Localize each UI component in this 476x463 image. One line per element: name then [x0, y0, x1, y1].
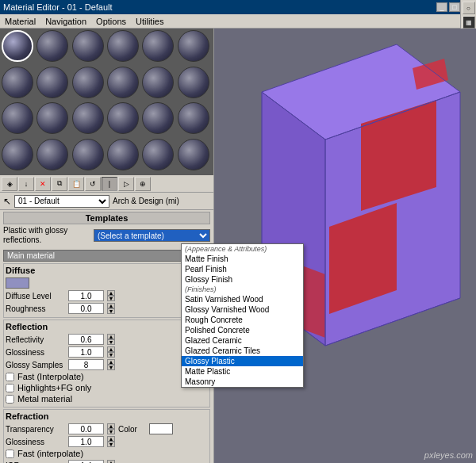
material-ball-7[interactable]	[2, 67, 33, 98]
reflectivity-up[interactable]: ▲	[107, 334, 115, 339]
ior-up[interactable]: ▲	[107, 460, 115, 463]
diffuse-level-up[interactable]: ▲	[107, 290, 115, 296]
menu-material[interactable]: Material	[3, 17, 37, 26]
minimize-button[interactable]: _	[436, 2, 447, 12]
roughness-up[interactable]: ▲	[107, 303, 115, 308]
material-ball-19[interactable]	[2, 139, 33, 170]
dropdown-item-6[interactable]: Glossy Varnished Wood	[182, 304, 303, 315]
material-ball-14[interactable]	[36, 102, 68, 134]
metal-material-check[interactable]	[6, 395, 14, 404]
glossy-samples-input[interactable]	[68, 359, 104, 370]
material-ball-1[interactable]	[2, 30, 33, 62]
delete-btn[interactable]: ✕	[35, 177, 51, 191]
transparency-row: Transparency ▲ ▼ Color	[6, 423, 208, 434]
material-ball-23[interactable]	[142, 139, 174, 170]
refl-gloss-down[interactable]: ▼	[107, 352, 115, 358]
reflectivity-input[interactable]	[68, 334, 104, 345]
highlights-fg-check[interactable]	[6, 384, 14, 392]
maximize-button[interactable]: □	[449, 2, 460, 12]
material-ball-9[interactable]	[72, 67, 104, 98]
diffuse-level-input[interactable]	[68, 290, 104, 301]
paste-btn[interactable]: 📋	[68, 177, 84, 191]
material-ball-10[interactable]	[107, 67, 139, 98]
transparency-up[interactable]: ▲	[107, 423, 115, 429]
dropdown-item-11[interactable]: Glossy Plastic	[182, 356, 303, 366]
dropdown-item-9[interactable]: Glazed Ceramic	[182, 335, 303, 346]
dropdown-item-1[interactable]: Matte Finish	[182, 254, 303, 264]
material-ball-13[interactable]	[2, 102, 33, 134]
menu-utilities[interactable]: Utilities	[134, 17, 165, 26]
refr-glossiness-label: Glossiness	[6, 438, 65, 446]
refraction-color-swatch[interactable]	[149, 423, 173, 434]
dropdown-item-0[interactable]: (Appearance & Attributes)	[182, 244, 303, 254]
template-select-wrapper: (Select a template) (Appearance & Attrib…	[94, 229, 210, 242]
refr-gloss-up[interactable]: ▲	[107, 436, 115, 442]
transparency-spinner[interactable]: ▲ ▼	[107, 423, 115, 434]
collapse-main-material[interactable]: Main material ▼	[3, 250, 210, 262]
refr-fast-check[interactable]	[6, 450, 14, 458]
dropdown-item-2[interactable]: Pearl Finish	[182, 264, 303, 274]
refl-glossiness-input[interactable]	[68, 346, 104, 358]
menu-navigation[interactable]: Navigation	[44, 17, 88, 26]
dropdown-item-4[interactable]: (Finishes)	[182, 285, 303, 294]
dropdown-item-10[interactable]: Glazed Ceramic Tiles	[182, 346, 303, 356]
material-ball-11[interactable]	[142, 67, 174, 98]
roughness-down[interactable]: ▼	[107, 308, 115, 314]
material-ball-15[interactable]	[72, 102, 104, 134]
diffuse-level-spinner[interactable]: ▲ ▼	[107, 290, 115, 301]
transparency-input[interactable]	[68, 423, 104, 434]
put-material-btn[interactable]: ↓	[18, 177, 34, 191]
material-ball-16[interactable]	[107, 102, 139, 134]
menu-options[interactable]: Options	[94, 17, 128, 26]
dropdown-item-5[interactable]: Satin Varnished Wood	[182, 294, 303, 304]
dropdown-item-7[interactable]: Rough Concrete	[182, 315, 303, 325]
refl-gloss-up[interactable]: ▲	[107, 346, 115, 352]
checkered-btn[interactable]: ▦	[463, 16, 475, 29]
material-ball-5[interactable]	[142, 30, 174, 62]
view-type-btn[interactable]: |	[102, 177, 117, 191]
material-ball-2[interactable]	[36, 30, 68, 62]
material-ball-21[interactable]	[72, 139, 104, 170]
glossy-samples-spinner[interactable]: ▲ ▼	[107, 359, 115, 370]
template-dropdown[interactable]: (Appearance & Attributes) Matte Finish P…	[181, 243, 304, 388]
slot-dropdown[interactable]: 01 - Default	[14, 195, 109, 208]
material-ball-18[interactable]	[178, 102, 209, 134]
transparency-down[interactable]: ▼	[107, 429, 115, 434]
material-ball-8[interactable]	[36, 67, 68, 98]
dropdown-item-8[interactable]: Polished Concrete	[182, 325, 303, 335]
template-select[interactable]: (Select a template)	[94, 229, 210, 242]
ior-input[interactable]	[68, 460, 104, 463]
nav-btn[interactable]: ⊕	[135, 177, 151, 191]
dropdown-item-13[interactable]: Masonry	[182, 377, 303, 387]
refr-gloss-down[interactable]: ▼	[107, 442, 115, 447]
pick-material-btn[interactable]: ◈	[2, 177, 17, 191]
material-ball-17[interactable]	[142, 102, 174, 134]
material-ball-12[interactable]	[178, 67, 209, 98]
glossy-samples-up[interactable]: ▲	[107, 359, 115, 365]
roughness-spinner[interactable]: ▲ ▼	[107, 303, 115, 314]
refr-glossiness-spinner[interactable]: ▲ ▼	[107, 436, 115, 447]
material-ball-3[interactable]	[72, 30, 104, 62]
fast-interpolate-check[interactable]	[6, 373, 14, 381]
glossy-samples-down[interactable]: ▼	[107, 365, 115, 370]
material-ball-20[interactable]	[36, 139, 68, 170]
refr-glossiness-input[interactable]	[68, 436, 104, 447]
reflectivity-down[interactable]: ▼	[107, 339, 115, 345]
dropdown-item-3[interactable]: Glossy Finish	[182, 274, 303, 285]
material-ball-6[interactable]	[178, 30, 209, 62]
roughness-input[interactable]	[68, 303, 104, 314]
sphere-btn[interactable]: ○	[463, 2, 475, 14]
dropdown-item-12[interactable]: Matte Plastic	[182, 366, 303, 377]
copy-btn[interactable]: ⧉	[52, 177, 67, 191]
diffuse-group: Diffuse Diffuse Level ▲ ▼ Roughness	[3, 263, 210, 318]
refl-glossiness-spinner[interactable]: ▲ ▼	[107, 346, 115, 358]
reflectivity-spinner[interactable]: ▲ ▼	[107, 334, 115, 345]
material-ball-22[interactable]	[107, 139, 139, 170]
render-btn[interactable]: ▷	[118, 177, 134, 191]
diffuse-color-swatch[interactable]	[6, 277, 29, 289]
material-ball-24[interactable]	[178, 139, 209, 170]
diffuse-level-down[interactable]: ▼	[107, 296, 115, 301]
reset-btn[interactable]: ↺	[85, 177, 101, 191]
material-ball-4[interactable]	[107, 30, 139, 62]
ior-spinner[interactable]: ▲ ▼	[107, 460, 115, 463]
